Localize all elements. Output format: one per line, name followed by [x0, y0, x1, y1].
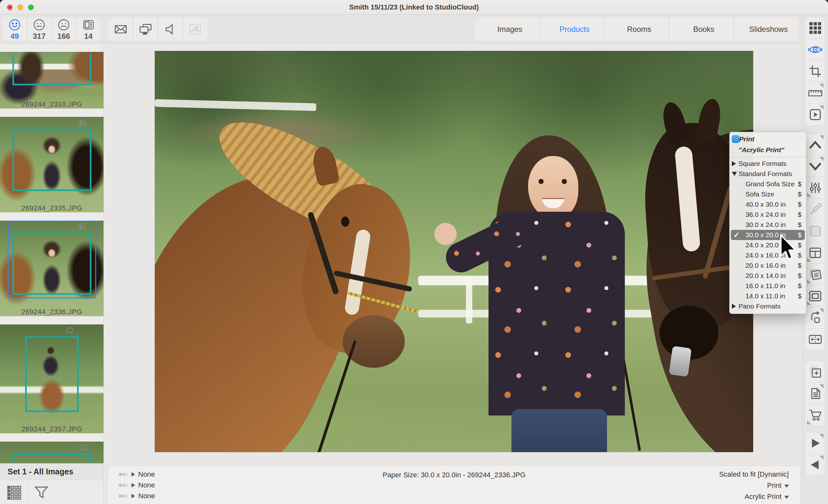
thumbnail-list-item[interactable]: 269244_2310.JPG	[0, 52, 104, 109]
cart-button[interactable]	[805, 404, 825, 426]
thumbnail-list-item[interactable]: 269244_2335.JPG	[0, 117, 104, 212]
thumbnail-list-item[interactable]: 269244_2357.JPG	[0, 325, 104, 433]
menu-item[interactable]: Pano Formats	[730, 301, 806, 311]
menu-item[interactable]: 20.0 x 14.0 in $	[730, 270, 806, 281]
speaker-button[interactable]	[158, 17, 183, 41]
rating-filter-button[interactable]: 14	[76, 17, 100, 41]
usage-badge-icon	[65, 327, 74, 335]
thumbnail-list-item[interactable]: 269244_2336.JPG	[0, 221, 104, 316]
top-toolbar: 49 317 166	[0, 15, 828, 43]
menu-item[interactable]: 36.0 x 24.0 in $	[730, 209, 806, 220]
image-select-icon	[188, 22, 203, 37]
previous-icon	[809, 458, 822, 471]
menu-item[interactable]: Square Formats	[730, 159, 806, 169]
scale-status: Scaled to fit [Dynamic]	[719, 470, 789, 478]
order-report-button[interactable]	[805, 383, 825, 404]
scroll-down-icon	[808, 160, 823, 173]
menu-item[interactable]: "Acrylic Print"	[730, 144, 806, 155]
menu-item-price: $	[798, 221, 801, 228]
product-type-dropdown[interactable]: Print	[767, 481, 789, 490]
ruler-button[interactable]	[805, 82, 825, 104]
menu-item-label: Sofa Size	[746, 191, 774, 198]
set-selector-bar[interactable]: Set 1 - All Images	[0, 463, 104, 480]
flip-icon	[808, 333, 823, 346]
preview-eye-icon	[808, 43, 823, 56]
image-thumbnail[interactable]	[12, 54, 91, 85]
product-name-dropdown[interactable]: Acrylic Print	[745, 493, 789, 501]
selection-ring	[8, 442, 96, 463]
eyedropper-button[interactable]	[805, 199, 825, 220]
menu-item-label: Grand Sofa Size	[746, 180, 794, 188]
mouse-cursor	[780, 234, 799, 264]
menu-item[interactable]: 30.0 x 24.0 in $	[730, 220, 806, 230]
print-size-popup-menu: Print "Acrylic Print" Square Formats Sta…	[729, 132, 806, 314]
thumbnail-list-item[interactable]: 269244_2413.JPG	[0, 442, 104, 463]
copy-photos-button[interactable]	[805, 264, 825, 285]
tab-label: Slideshows	[749, 25, 788, 34]
previous-image-button[interactable]	[805, 454, 825, 476]
add-page-button[interactable]	[805, 361, 825, 383]
rating-filter-button[interactable]: 166	[52, 17, 76, 41]
menu-item[interactable]: Grand Sofa Size $	[730, 179, 806, 189]
next-image-button[interactable]	[805, 432, 825, 454]
filter-button[interactable]	[28, 484, 55, 501]
speaker-icon	[163, 22, 178, 37]
preview-button[interactable]	[805, 39, 825, 60]
thumbnail-filename: 269244_2335.JPG	[21, 204, 82, 212]
thumbnail-filename: 269244_2357.JPG	[21, 425, 82, 433]
menu-item[interactable]: 14.0 x 11.0 in $	[730, 291, 806, 301]
rating-icon	[57, 18, 70, 32]
rating-filter-group: 49 317 166	[3, 17, 100, 41]
layout-button[interactable]	[805, 242, 825, 264]
rating-filter-button[interactable]: 49	[3, 17, 27, 41]
email-button[interactable]	[108, 17, 133, 41]
image-select-button[interactable]	[183, 17, 208, 41]
mode-tab[interactable]: Products	[540, 17, 605, 41]
grid-view-button[interactable]	[805, 17, 825, 39]
thumbnail-grid-button[interactable]	[0, 484, 28, 500]
menu-item-label: 14.0 x 11.0 in	[746, 292, 785, 300]
rating-filter-button[interactable]: 317	[27, 17, 52, 41]
menu-item-price: $	[798, 191, 801, 198]
product-slot-dropdown[interactable]: None	[119, 491, 155, 501]
frame-button[interactable]	[805, 285, 825, 307]
menu-item-price: $	[798, 292, 801, 300]
mat-button[interactable]	[805, 220, 825, 242]
title-bar: Smith 15/11/23 (Linked to StudioCloud)	[0, 0, 828, 15]
menu-item-lead-icon	[732, 161, 736, 166]
image-thumbnail[interactable]	[12, 233, 91, 295]
adjustments-button[interactable]	[805, 177, 825, 199]
menu-item[interactable]	[730, 155, 806, 159]
filter-funnel-icon	[33, 484, 50, 501]
menu-item-lead-icon	[732, 304, 736, 309]
ruler-icon	[808, 87, 823, 99]
mode-tab[interactable]: Rooms	[605, 17, 669, 41]
main-photo	[155, 51, 753, 452]
flip-button[interactable]	[805, 329, 825, 350]
display-button[interactable]	[133, 17, 158, 41]
menu-item[interactable]: Standard Formats	[730, 169, 806, 179]
cart-icon	[808, 408, 823, 422]
image-thumbnail[interactable]	[25, 336, 79, 412]
next-icon	[809, 436, 822, 450]
scroll-up-button[interactable]	[805, 134, 825, 155]
mode-tab[interactable]: Slideshows	[734, 17, 798, 41]
menu-item[interactable]: Sofa Size $	[730, 189, 806, 199]
product-slot-dropdown[interactable]: None	[119, 480, 155, 491]
menu-item[interactable]: 40.0 x 30.0 in $	[730, 199, 806, 209]
play-presentation-button[interactable]	[805, 104, 825, 125]
menu-item[interactable]: 16.0 x 11.0 in $	[730, 281, 806, 291]
crop-button[interactable]	[805, 60, 825, 82]
mode-tab[interactable]: Images	[475, 17, 540, 41]
rotate-button[interactable]	[805, 307, 825, 329]
menu-item-label: Square Formats	[739, 160, 787, 167]
chevron-down-icon	[784, 485, 789, 488]
menu-item-label: Standard Formats	[739, 170, 792, 178]
mode-tab[interactable]: Books	[669, 17, 734, 41]
image-thumbnail[interactable]	[12, 129, 91, 191]
image-thumbnail[interactable]	[12, 453, 91, 463]
tab-label: Products	[560, 25, 590, 34]
scroll-down-button[interactable]	[805, 155, 825, 177]
menu-item[interactable]: Print	[730, 134, 806, 144]
mode-tabs: Images Products	[475, 17, 798, 41]
